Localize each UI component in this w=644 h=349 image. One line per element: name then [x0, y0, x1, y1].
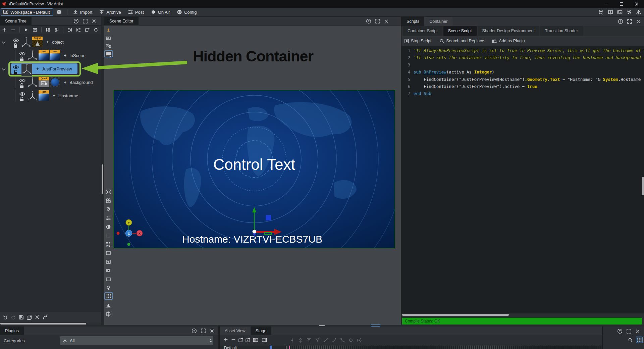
close-button[interactable] [629, 0, 644, 8]
code-line-2[interactable]: 2'It also sets the container visibility … [401, 55, 644, 62]
remove-icon[interactable] [11, 28, 15, 32]
thumbnail-object[interactable]: Object [32, 37, 43, 47]
dropdown-spinner-icon[interactable] [209, 339, 212, 343]
curve-in-icon[interactable] [331, 338, 337, 343]
thumbnail-text[interactable]: Text [50, 50, 60, 60]
help-icon[interactable]: ? [73, 18, 79, 24]
rect-icon[interactable] [105, 276, 112, 283]
code-line-7[interactable]: 7end Sub [401, 91, 644, 98]
splitter-grip-active[interactable] [371, 324, 380, 327]
tree-expand-icon[interactable] [46, 28, 50, 32]
tree-item-label[interactable]: JustForPreview [42, 66, 72, 71]
blue-handle-square[interactable] [266, 215, 271, 220]
tree-item-label[interactable]: Background [69, 80, 93, 85]
visibility-eye-icon[interactable] [13, 38, 19, 43]
visibility-eye-icon[interactable] [13, 65, 19, 70]
help-icon[interactable]: ? [192, 328, 197, 334]
lock-icon[interactable] [13, 43, 17, 49]
info-icon[interactable] [105, 43, 112, 49]
tree-item-Hostname[interactable]: YZXText+Hostname [0, 89, 101, 102]
axis-tripod-icon[interactable]: YZX [28, 77, 37, 88]
show-keyframes-icon[interactable] [253, 337, 258, 343]
layout-icon[interactable] [105, 35, 112, 42]
tree-item-object[interactable]: YZXObject+object [0, 35, 101, 49]
tree-item-label[interactable]: object [52, 40, 64, 45]
categories-dropdown[interactable]: All [60, 336, 213, 345]
chevron-down-icon[interactable] [2, 67, 6, 72]
thumbnail-text[interactable]: Text [39, 50, 49, 60]
timeline-ruler[interactable] [285, 346, 602, 349]
archive-button[interactable]: Archive [96, 8, 124, 16]
splitter-grip[interactable] [319, 325, 325, 326]
tab-scripts[interactable]: Scripts [401, 17, 424, 26]
tree-editor-splitter[interactable] [101, 17, 104, 325]
grid-icon-button[interactable] [104, 292, 113, 300]
tab-stage[interactable]: Stage [251, 327, 272, 335]
axis-tripod-icon[interactable]: YZX [21, 37, 31, 48]
tree-item-InScene[interactable]: YZXTextText+InScene [0, 49, 101, 62]
axis-tripod-icon[interactable]: YZX [28, 50, 37, 61]
fan-icon[interactable] [627, 9, 632, 15]
close-icon[interactable] [384, 19, 389, 23]
play-icon[interactable] [24, 28, 29, 32]
expand-icon[interactable] [375, 18, 380, 24]
save-as-icon[interactable] [27, 315, 32, 320]
close-icon[interactable] [635, 329, 640, 334]
minimize-button[interactable] [599, 0, 614, 8]
workspace-settings-button[interactable] [53, 8, 65, 16]
key-preview-icon[interactable] [105, 267, 112, 274]
subtab-scene-script[interactable]: Scene Script [443, 26, 477, 36]
preview-monitor-icon-button[interactable] [104, 50, 113, 57]
layers-icon[interactable] [105, 215, 112, 221]
filter-clear-icon[interactable] [315, 338, 320, 343]
lamp-icon[interactable] [105, 206, 112, 213]
search-replace-button[interactable]: Search and Replace [439, 39, 484, 44]
delete-icon[interactable] [35, 315, 40, 319]
redo-icon[interactable] [11, 315, 16, 320]
video-camera-icon[interactable] [105, 197, 112, 204]
snap-grid-icon[interactable] [105, 311, 112, 317]
script-editor[interactable]: 1'If AlwaysRunPreviewScript is set to Tr… [401, 46, 644, 314]
visibility-eye-icon[interactable] [19, 79, 25, 84]
remove-icon[interactable] [231, 337, 236, 342]
undo-icon[interactable] [3, 315, 8, 320]
code-line-6[interactable]: 6 FindContainer("JustForPreview").active… [401, 84, 644, 91]
code-line-4[interactable]: 4sub OnPreview(active As Integer) [401, 69, 644, 77]
redo-branch-icon[interactable] [43, 315, 48, 320]
performance-icon[interactable] [105, 302, 112, 309]
unlock-icon[interactable] [20, 83, 24, 89]
render-canvas[interactable]: Control Text Hostname: VIZRTVI-ECBS7UB [114, 90, 395, 248]
red-dot-handle[interactable] [117, 232, 120, 235]
workspace-button[interactable]: Workspace - Default [1, 8, 53, 16]
scene-tree-tab[interactable]: Scene Tree [0, 17, 32, 25]
help-icon[interactable]: ? [617, 329, 623, 334]
keyframe-icon[interactable] [289, 338, 295, 343]
zoom-search-icon[interactable] [628, 338, 633, 343]
loop-keyframe-icon[interactable] [348, 338, 354, 343]
subtab-shader-design-environment[interactable]: Shader Design Environment [478, 26, 539, 36]
console-icon[interactable] [617, 9, 623, 15]
stop-script-button[interactable]: Stop Script [404, 39, 431, 44]
expand-icon[interactable] [83, 18, 88, 24]
script-hscrollbar[interactable] [401, 313, 644, 316]
book-icon[interactable] [608, 9, 613, 15]
thumbnail-text[interactable]: Text [39, 90, 49, 101]
camera-target-icon[interactable] [105, 189, 112, 195]
close-icon[interactable] [210, 329, 214, 333]
close-icon[interactable] [92, 19, 96, 23]
refresh-icon[interactable] [94, 28, 98, 32]
add-child-icon[interactable]: + [36, 66, 39, 71]
expand-icon[interactable] [201, 328, 206, 334]
expand-icon[interactable] [627, 19, 632, 24]
indent-left-icon[interactable] [76, 28, 81, 32]
indent-right-icon[interactable] [67, 28, 72, 32]
visibility-eye-icon[interactable] [19, 92, 25, 97]
tab-container[interactable]: Container [424, 17, 452, 26]
maximize-button[interactable] [614, 0, 629, 8]
config-button[interactable]: Config [173, 8, 200, 16]
code-line-5[interactable]: 5 FindContainer("JustForPreview$Hostname… [401, 77, 644, 84]
subtab-transition-shader[interactable]: Transition Shader [540, 26, 583, 36]
warning-icon[interactable] [636, 9, 641, 15]
grid-toggle-button[interactable] [636, 337, 643, 343]
close-icon[interactable] [636, 19, 641, 24]
